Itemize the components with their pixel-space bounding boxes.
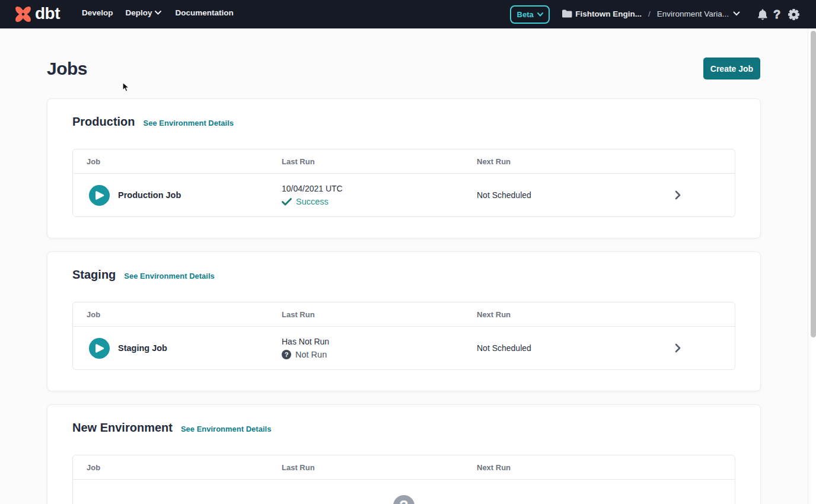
svg-text:?: ? (285, 351, 289, 358)
